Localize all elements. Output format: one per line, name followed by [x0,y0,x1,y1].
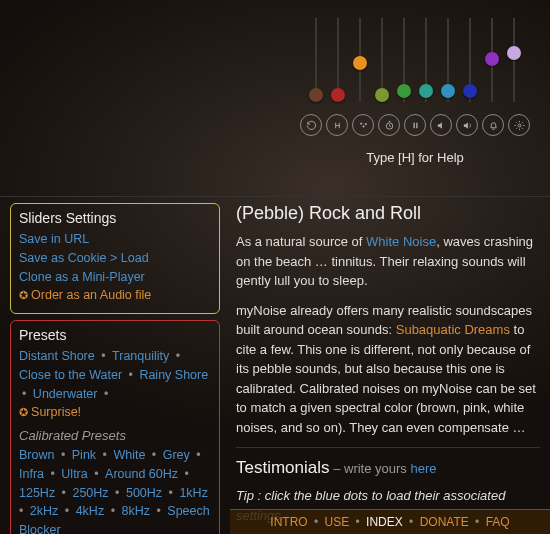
preset-link[interactable]: Tranquility [112,349,169,363]
player-controls [290,114,540,136]
volume-down-icon[interactable] [430,114,452,136]
equalizer-sliders [290,8,540,108]
eq-slider-0[interactable] [308,18,324,102]
surprise-link[interactable]: Surprise! [31,405,81,419]
preset-link[interactable]: 4kHz [76,504,104,518]
eq-slider-7[interactable] [462,18,478,102]
calibrated-heading: Calibrated Presets [19,428,211,443]
pause-icon[interactable] [404,114,426,136]
presets-panel: Presets Distant Shore • Tranquility • Cl… [10,320,220,534]
eq-slider-8[interactable] [484,18,500,102]
gear-icon[interactable] [508,114,530,136]
subaquatic-link[interactable]: Subaquatic Dreams [396,322,510,337]
preset-link[interactable]: White [113,448,145,462]
calibrated-list: Brown • Pink • White • Grey • Infra • Ul… [19,446,211,534]
footer-link-donate[interactable]: DONATE [420,515,469,529]
footer-link-use[interactable]: USE [325,515,350,529]
preset-link[interactable]: Infra [19,467,44,481]
star-icon: ✪ [19,406,31,418]
preset-link[interactable]: Grey [163,448,190,462]
footer-link-index[interactable]: INDEX [366,515,403,529]
write-here-link[interactable]: here [410,461,436,476]
preset-link[interactable]: Pink [72,448,96,462]
preset-link[interactable]: Underwater [33,387,98,401]
testimonials-heading: Testimonials [236,458,330,477]
volume-up-icon[interactable] [456,114,478,136]
order-audio-link[interactable]: Order as an Audio file [31,288,151,302]
save-cookie-link[interactable]: Save as Cookie > Load [19,251,149,265]
footer-link-faq[interactable]: FAQ [486,515,510,529]
preset-list: Distant Shore • Tranquility • Close to t… [19,347,211,403]
eq-slider-6[interactable] [440,18,456,102]
preset-link[interactable]: Around 60Hz [105,467,178,481]
eq-slider-2[interactable] [352,18,368,102]
body-text: As a natural source of White Noise, wave… [236,232,540,291]
footer-nav: INTRO • USE • INDEX • DONATE • FAQ [230,509,550,534]
preset-link[interactable]: Ultra [61,467,87,481]
sliders-settings-panel: Sliders Settings Save in URL Save as Coo… [10,203,220,314]
preset-link[interactable]: Close to the Water [19,368,122,382]
white-noise-link[interactable]: White Noise [366,234,436,249]
preset-link[interactable]: 2kHz [30,504,58,518]
svg-point-0 [360,122,361,123]
svg-point-2 [365,123,366,124]
svg-point-1 [362,125,363,126]
preset-link[interactable]: 1kHz [179,486,207,500]
preset-link[interactable]: 250Hz [72,486,108,500]
preset-link[interactable]: Brown [19,448,54,462]
eq-slider-4[interactable] [396,18,412,102]
preset-link[interactable]: 500Hz [126,486,162,500]
testimonials-sub: – write yours here [330,461,437,476]
preset-link[interactable]: Distant Shore [19,349,95,363]
panel-title: Sliders Settings [19,210,211,226]
star-icon: ✪ [19,289,31,301]
eq-slider-1[interactable] [330,18,346,102]
page-title: (Pebble) Rock and Roll [236,203,540,224]
eq-slider-9[interactable] [506,18,522,102]
bell-icon[interactable] [482,114,504,136]
timer-icon[interactable] [378,114,400,136]
preset-link[interactable]: 8kHz [121,504,149,518]
footer-link-intro[interactable]: INTRO [270,515,307,529]
panel-title: Presets [19,327,211,343]
eq-slider-3[interactable] [374,18,390,102]
clone-link[interactable]: Clone as a Mini-Player [19,270,145,284]
preset-link[interactable]: Rainy Shore [139,368,208,382]
save-url-link[interactable]: Save in URL [19,232,89,246]
animate-icon[interactable] [352,114,374,136]
svg-point-4 [518,124,521,127]
body-text: myNoise already offers many realistic so… [236,301,540,438]
help-hint: Type [H] for Help [290,150,540,165]
balance-icon[interactable] [326,114,348,136]
preset-link[interactable]: 125Hz [19,486,55,500]
eq-slider-5[interactable] [418,18,434,102]
reset-icon[interactable] [300,114,322,136]
